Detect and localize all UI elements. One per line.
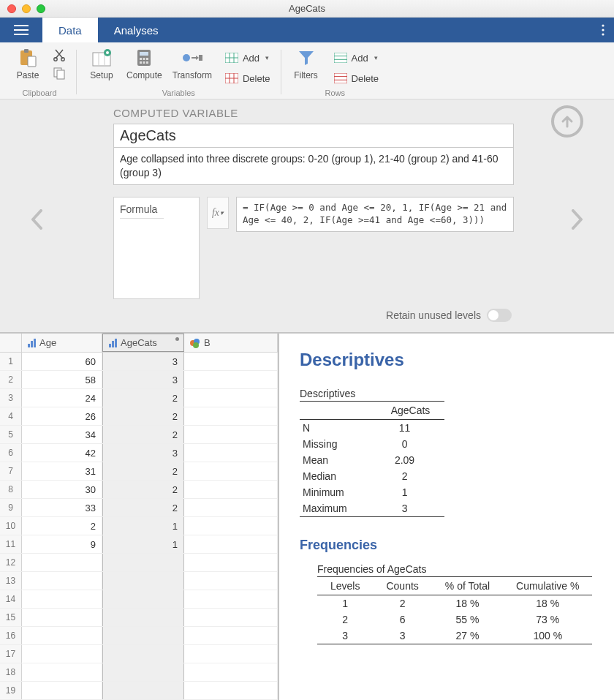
cell-agecats[interactable]: 2 (102, 407, 184, 425)
retain-unused-levels-toggle[interactable] (487, 309, 512, 322)
cell-agecats[interactable] (102, 609, 184, 626)
table-row[interactable]: 15 (0, 609, 278, 627)
table-row[interactable]: 3242 (0, 389, 278, 407)
paste-button[interactable]: Paste (13, 47, 42, 80)
table-row[interactable]: 6423 (0, 444, 278, 462)
cell-age[interactable]: 24 (22, 389, 102, 407)
column-header-b[interactable]: B (184, 334, 278, 352)
collapse-panel-button[interactable] (551, 105, 583, 138)
cell-b[interactable] (184, 407, 278, 425)
cell-age[interactable] (22, 645, 102, 663)
cell-b[interactable] (184, 353, 278, 370)
table-row[interactable]: 1603 (0, 353, 278, 371)
cell-agecats[interactable]: 2 (102, 481, 184, 498)
table-row[interactable]: 7312 (0, 462, 278, 481)
cell-agecats[interactable]: 1 (102, 517, 184, 535)
cell-age[interactable]: 42 (22, 444, 102, 462)
table-row[interactable]: 9332 (0, 499, 278, 517)
cell-agecats[interactable]: 2 (102, 426, 184, 443)
cell-age[interactable] (22, 609, 102, 626)
cell-b[interactable] (184, 627, 278, 644)
transform-button[interactable]: Transform (173, 47, 212, 80)
cell-age[interactable]: 31 (22, 462, 102, 480)
cell-b[interactable] (184, 554, 278, 571)
cell-age[interactable] (22, 572, 102, 590)
cell-agecats[interactable]: 3 (102, 371, 184, 388)
cell-agecats[interactable]: 2 (102, 462, 184, 480)
app-menu-button[interactable] (0, 18, 42, 42)
variable-name-input[interactable] (113, 124, 514, 148)
cell-b[interactable] (184, 682, 278, 699)
table-row[interactable]: 1191 (0, 535, 278, 554)
cell-agecats[interactable]: 1 (102, 535, 184, 553)
cell-b[interactable] (184, 535, 278, 553)
cell-age[interactable]: 30 (22, 481, 102, 498)
table-row[interactable]: 1021 (0, 517, 278, 535)
cell-agecats[interactable] (102, 663, 184, 681)
cell-b[interactable] (184, 517, 278, 535)
delete-variable-button[interactable]: Delete (225, 70, 270, 86)
cell-agecats[interactable] (102, 572, 184, 590)
cell-age[interactable]: 58 (22, 371, 102, 388)
table-row[interactable]: 18 (0, 663, 278, 682)
cell-b[interactable] (184, 426, 278, 443)
compute-button[interactable]: Compute (126, 47, 162, 80)
column-header-agecats[interactable]: AgeCats (102, 334, 184, 352)
tab-analyses[interactable]: Analyses (98, 18, 175, 42)
table-row[interactable]: 14 (0, 590, 278, 609)
cell-age[interactable]: 34 (22, 426, 102, 443)
variable-description[interactable]: Age collapsed into three discrete groups… (113, 148, 514, 185)
tab-data[interactable]: Data (42, 18, 98, 42)
previous-variable-button[interactable] (31, 209, 44, 235)
cell-age[interactable]: 9 (22, 535, 102, 553)
cell-b[interactable] (184, 663, 278, 681)
cell-agecats[interactable] (102, 590, 184, 608)
add-row-button[interactable]: Add ▾ (334, 50, 379, 66)
fx-button[interactable]: fx▾ (207, 197, 229, 229)
cell-b[interactable] (184, 645, 278, 663)
grid-body[interactable]: 1603258332424262534264237312830293321021… (0, 353, 278, 700)
cell-b[interactable] (184, 499, 278, 516)
cell-age[interactable] (22, 682, 102, 699)
overflow-menu-button[interactable] (592, 18, 614, 42)
copy-icon[interactable] (53, 67, 66, 82)
cell-age[interactable] (22, 663, 102, 681)
cell-age[interactable]: 2 (22, 517, 102, 535)
cell-b[interactable] (184, 481, 278, 498)
table-row[interactable]: 19 (0, 682, 278, 700)
cell-b[interactable] (184, 572, 278, 590)
formula-input[interactable]: = IF(Age >= 0 and Age <= 20, 1, IF(Age >… (236, 197, 514, 232)
table-row[interactable]: 5342 (0, 426, 278, 444)
cell-b[interactable] (184, 389, 278, 407)
table-row[interactable]: 16 (0, 627, 278, 645)
cell-agecats[interactable]: 2 (102, 389, 184, 407)
cell-agecats[interactable] (102, 554, 184, 571)
filters-button[interactable]: Filters (292, 47, 321, 80)
cell-age[interactable] (22, 554, 102, 571)
cell-b[interactable] (184, 609, 278, 626)
column-header-age[interactable]: Age (22, 334, 102, 352)
cell-agecats[interactable]: 2 (102, 499, 184, 516)
delete-row-button[interactable]: Delete (334, 70, 379, 86)
cell-age[interactable] (22, 627, 102, 644)
cell-age[interactable] (22, 590, 102, 608)
table-row[interactable]: 4262 (0, 407, 278, 426)
next-variable-button[interactable] (570, 209, 583, 235)
table-row[interactable]: 8302 (0, 481, 278, 499)
table-row[interactable]: 2583 (0, 371, 278, 389)
cell-age[interactable]: 33 (22, 499, 102, 516)
cell-agecats[interactable] (102, 682, 184, 699)
cell-agecats[interactable]: 3 (102, 353, 184, 370)
cell-b[interactable] (184, 444, 278, 462)
add-variable-button[interactable]: Add ▾ (225, 50, 270, 66)
cell-age[interactable]: 60 (22, 353, 102, 370)
cell-b[interactable] (184, 462, 278, 480)
cell-agecats[interactable] (102, 645, 184, 663)
table-row[interactable]: 17 (0, 645, 278, 663)
table-row[interactable]: 12 (0, 554, 278, 572)
cell-agecats[interactable]: 3 (102, 444, 184, 462)
cell-agecats[interactable] (102, 627, 184, 644)
cut-icon[interactable] (53, 48, 66, 64)
table-row[interactable]: 13 (0, 572, 278, 590)
cell-age[interactable]: 26 (22, 407, 102, 425)
